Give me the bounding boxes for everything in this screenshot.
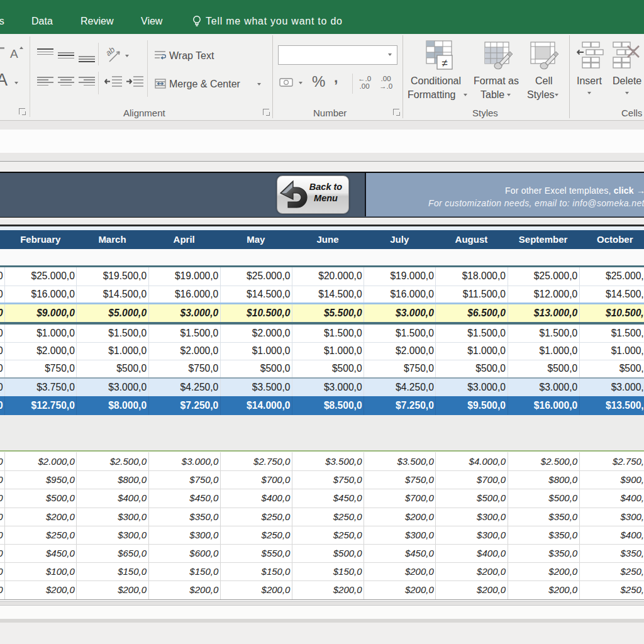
svg-text:≠: ≠ [441,57,447,69]
